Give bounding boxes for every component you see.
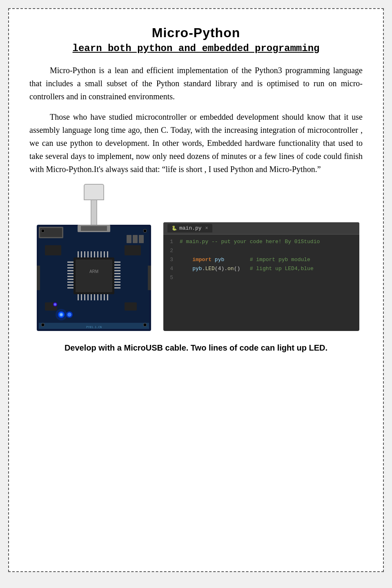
svg-rect-17 <box>67 284 74 286</box>
line-content-3: import pyb # import pyb module <box>180 257 310 263</box>
svg-rect-38 <box>107 251 108 257</box>
svg-rect-44 <box>94 294 95 300</box>
code-line-8 <box>163 301 359 310</box>
svg-rect-30 <box>81 251 82 257</box>
code-line-6 <box>163 283 359 292</box>
code-line-2: 2 <box>163 247 359 256</box>
svg-rect-13 <box>67 273 74 274</box>
svg-rect-15 <box>67 279 74 280</box>
svg-rect-37 <box>104 251 105 257</box>
svg-rect-21 <box>114 267 120 268</box>
svg-rect-47 <box>104 294 105 300</box>
line-num-1: 1 <box>163 239 180 245</box>
svg-rect-11 <box>67 267 74 268</box>
line-num-2: 2 <box>163 248 180 254</box>
svg-rect-35 <box>97 251 98 257</box>
code-editor: 🐍 main.py × 1 # main.py -- put your code… <box>163 222 359 331</box>
svg-rect-18 <box>67 287 74 288</box>
svg-rect-42 <box>87 294 89 300</box>
line-content-1: # main.py -- put your code here! By 01St… <box>180 239 320 245</box>
svg-rect-10 <box>67 264 74 266</box>
code-line-9 <box>163 310 359 319</box>
code-tab-bar: 🐍 main.py × <box>163 222 359 235</box>
line-num-3: 3 <box>163 257 180 263</box>
svg-rect-40 <box>81 294 82 300</box>
svg-point-56 <box>56 309 67 320</box>
svg-rect-63 <box>127 235 131 243</box>
svg-rect-23 <box>114 273 120 274</box>
svg-rect-12 <box>67 270 74 271</box>
svg-rect-3 <box>81 226 107 231</box>
svg-rect-34 <box>94 251 95 257</box>
svg-rect-67 <box>148 266 151 290</box>
board-container: ARM <box>33 184 155 331</box>
svg-point-68 <box>41 229 45 233</box>
svg-rect-48 <box>107 294 108 300</box>
svg-text:ARM: ARM <box>89 269 98 274</box>
tab-close-icon[interactable]: × <box>205 226 208 231</box>
svg-rect-14 <box>67 276 74 277</box>
usb-cable-body <box>91 200 97 225</box>
svg-rect-65 <box>139 235 144 243</box>
svg-rect-26 <box>114 282 120 283</box>
code-line-4: 4 pyb.LED(4).on() # light up LED4,blue <box>163 265 359 274</box>
svg-rect-64 <box>133 235 138 243</box>
line-num-5: 5 <box>163 275 180 281</box>
python-icon: 🐍 <box>172 226 177 231</box>
svg-rect-39 <box>78 294 79 300</box>
svg-rect-31 <box>84 251 85 257</box>
code-body: 1 # main.py -- put your code here! By 01… <box>163 235 359 331</box>
usb-head <box>84 184 104 200</box>
svg-rect-45 <box>97 294 98 300</box>
svg-rect-19 <box>114 262 120 263</box>
main-page: Micro-Python learn both python and embed… <box>8 8 384 572</box>
svg-rect-20 <box>114 264 120 266</box>
svg-rect-50 <box>125 245 141 255</box>
svg-rect-36 <box>100 251 102 257</box>
svg-rect-32 <box>87 251 89 257</box>
svg-rect-27 <box>114 284 120 286</box>
images-section: ARM <box>29 184 363 331</box>
svg-rect-46 <box>100 294 102 300</box>
caption-text: Develop with a MicroUSB cable. Two lines… <box>29 343 363 353</box>
tab-label: main.py <box>179 225 202 231</box>
svg-rect-66 <box>37 266 40 290</box>
svg-rect-41 <box>84 294 85 300</box>
svg-rect-33 <box>91 251 92 257</box>
usb-cable <box>82 184 106 225</box>
svg-point-71 <box>143 323 147 326</box>
code-line-7 <box>163 292 359 301</box>
svg-rect-49 <box>45 245 61 255</box>
svg-point-69 <box>143 229 147 233</box>
line-content-4: pyb.LED(4).on() # light up LED4,blue <box>180 266 314 272</box>
code-line-1: 1 # main.py -- put your code here! By 01… <box>163 238 359 247</box>
svg-rect-24 <box>114 276 120 277</box>
svg-point-58 <box>67 313 71 317</box>
page-subtitle: learn both python and embedded programmi… <box>29 43 363 54</box>
svg-rect-7 <box>76 259 112 292</box>
svg-point-60 <box>54 303 56 306</box>
svg-rect-22 <box>114 270 120 271</box>
line-num-4: 4 <box>163 266 180 272</box>
page-title: Micro-Python <box>29 25 363 40</box>
code-tab-main: 🐍 main.py × <box>167 224 212 233</box>
code-line-5: 5 <box>163 274 359 283</box>
svg-rect-29 <box>78 251 79 257</box>
paragraph-1: Micro-Python is a lean and efficient imp… <box>29 64 363 103</box>
code-line-10 <box>163 319 359 328</box>
code-line-3: 3 import pyb # import pyb module <box>163 256 359 265</box>
svg-rect-16 <box>67 282 74 283</box>
pcb-board: ARM <box>37 225 151 331</box>
svg-point-70 <box>41 323 45 326</box>
paragraph-2: Those who have studied microcontroller o… <box>29 110 363 176</box>
board-svg: ARM <box>37 225 151 331</box>
svg-rect-43 <box>91 294 92 300</box>
svg-rect-25 <box>114 279 120 280</box>
svg-rect-9 <box>67 262 74 263</box>
svg-rect-28 <box>114 287 120 288</box>
svg-text:PY01.1.CN: PY01.1.CN <box>86 326 102 329</box>
svg-rect-52 <box>125 302 137 311</box>
